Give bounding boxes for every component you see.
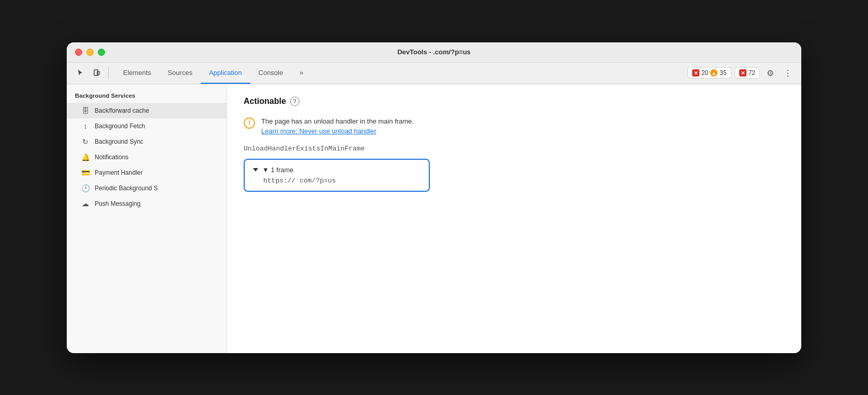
tab-elements[interactable]: Elements	[115, 63, 159, 84]
warning-message: The page has an unload handler in the ma…	[261, 117, 414, 125]
warning-count: 35	[720, 69, 726, 77]
warning-circle-icon: !	[244, 117, 255, 129]
close-button[interactable]	[75, 49, 82, 56]
sidebar-item-payment-handler-label: Payment Handler	[95, 169, 143, 176]
traffic-lights	[75, 49, 105, 56]
warning-icon: ▲	[710, 69, 717, 77]
triangle-down-icon	[253, 168, 258, 172]
minimize-button[interactable]	[86, 49, 94, 56]
tab-more[interactable]: »	[291, 63, 311, 84]
sidebar-item-background-sync[interactable]: ↻ Background Sync	[67, 134, 227, 149]
notifications-icon: 🔔	[81, 153, 89, 161]
sidebar-item-payment-handler[interactable]: 💳 Payment Handler	[67, 165, 227, 180]
content-title-text: Actionable	[244, 97, 286, 106]
svg-rect-1	[97, 71, 99, 75]
toolbar-divider	[108, 67, 109, 79]
content-title: Actionable ?	[244, 97, 785, 106]
sidebar-item-backforward-label: Back/forward cache	[95, 107, 149, 114]
sidebar-item-periodic-background[interactable]: 🕐 Periodic Background S	[67, 180, 227, 196]
sidebar-item-background-fetch[interactable]: ↕ Background Fetch	[67, 118, 227, 134]
frame-box[interactable]: ▼ 1 frame https:// com/?p=us	[244, 159, 430, 192]
backforward-icon: 🗄	[81, 107, 89, 115]
cursor-icon	[76, 69, 84, 77]
payment-handler-icon: 💳	[81, 169, 89, 177]
sidebar-item-push-messaging-label: Push Messaging	[95, 200, 141, 207]
sidebar-item-push-messaging[interactable]: ☁ Push Messaging	[67, 196, 227, 211]
help-icon[interactable]: ?	[290, 97, 300, 106]
error-badge[interactable]: ✕ 20 ▲ 35	[687, 67, 731, 79]
sidebar-item-periodic-background-label: Periodic Background S	[95, 185, 158, 192]
sidebar-item-notifications[interactable]: 🔔 Notifications	[67, 149, 227, 165]
periodic-background-icon: 🕐	[81, 184, 89, 192]
frame-url: https:// com/?p=us	[253, 177, 421, 185]
cursor-icon-button[interactable]	[73, 66, 87, 80]
push-messaging-icon: ☁	[81, 200, 89, 208]
error-count-2: 72	[749, 69, 755, 77]
sidebar-section-title: Background Services	[67, 90, 227, 103]
sidebar-item-background-fetch-label: Background Fetch	[95, 123, 145, 130]
sidebar: Background Services 🗄 Back/forward cache…	[67, 84, 227, 353]
settings-button[interactable]: ⚙	[763, 66, 777, 80]
warning-link[interactable]: Learn more: Never use unload handler	[261, 127, 377, 135]
frame-count: ▼ 1 frame	[262, 166, 294, 174]
toolbar: Elements Sources Application Console » ✕…	[67, 63, 801, 84]
main-area: Background Services 🗄 Back/forward cache…	[67, 84, 801, 353]
code-label: UnloadHandlerExistsInMainFrame	[244, 145, 785, 153]
sidebar-item-backforward[interactable]: 🗄 Back/forward cache	[67, 103, 227, 118]
toolbar-right: ✕ 20 ▲ 35 ✕ 72 ⚙ ⋮	[687, 66, 795, 80]
device-icon-button[interactable]	[89, 66, 104, 80]
warning-text: The page has an unload handler in the ma…	[261, 116, 414, 136]
error-icon-2: ✕	[739, 69, 746, 77]
warning-block: ! The page has an unload handler in the …	[244, 116, 785, 136]
error-count: 20	[701, 69, 708, 77]
background-fetch-icon: ↕	[81, 122, 89, 130]
devtools-window: DevTools - .com/?p=us Elements Sources A	[67, 42, 801, 353]
maximize-button[interactable]	[98, 49, 105, 56]
sidebar-item-background-sync-label: Background Sync	[95, 138, 143, 145]
content-area: Actionable ? ! The page has an unload ha…	[227, 84, 801, 353]
more-button[interactable]: ⋮	[781, 66, 795, 80]
window-title: DevTools - .com/?p=us	[397, 48, 471, 56]
tab-application[interactable]: Application	[201, 63, 250, 84]
tab-console[interactable]: Console	[250, 63, 292, 84]
titlebar: DevTools - .com/?p=us	[67, 42, 801, 63]
tab-sources[interactable]: Sources	[159, 63, 201, 84]
toolbar-tabs: Elements Sources Application Console »	[115, 63, 685, 84]
sidebar-item-notifications-label: Notifications	[95, 154, 128, 161]
background-sync-icon: ↻	[81, 138, 89, 146]
frame-header: ▼ 1 frame	[253, 166, 421, 174]
device-icon	[93, 69, 101, 77]
error-badge-2[interactable]: ✕ 72	[735, 67, 760, 79]
error-icon: ✕	[692, 69, 699, 77]
